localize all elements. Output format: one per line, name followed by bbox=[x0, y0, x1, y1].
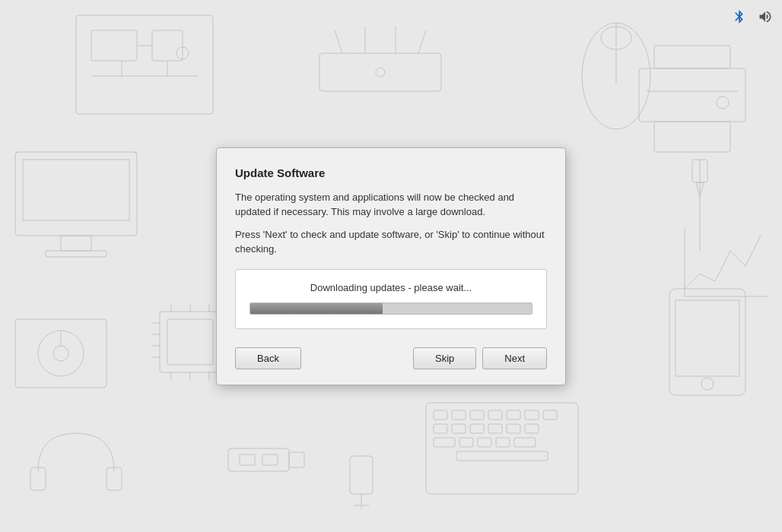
skip-button[interactable]: Skip bbox=[413, 347, 476, 369]
progress-text: Downloading updates - please wait... bbox=[250, 282, 532, 293]
progress-track bbox=[250, 302, 532, 315]
dialog-body: The operating system and applications wi… bbox=[235, 190, 547, 257]
dialog-overlay: Update Software The operating system and… bbox=[0, 0, 782, 532]
dialog-title: Update Software bbox=[235, 166, 547, 179]
update-dialog: Update Software The operating system and… bbox=[216, 147, 566, 385]
back-button-container: Back bbox=[235, 347, 301, 369]
body-line2: Press 'Next' to check and update softwar… bbox=[235, 227, 547, 257]
right-buttons: Skip Next bbox=[413, 347, 547, 369]
body-line1: The operating system and applications wi… bbox=[235, 190, 547, 220]
back-button[interactable]: Back bbox=[235, 347, 301, 369]
next-button[interactable]: Next bbox=[482, 347, 547, 369]
progress-fill bbox=[250, 303, 383, 314]
progress-box: Downloading updates - please wait... bbox=[235, 269, 547, 329]
dialog-buttons: Back Skip Next bbox=[235, 347, 547, 369]
